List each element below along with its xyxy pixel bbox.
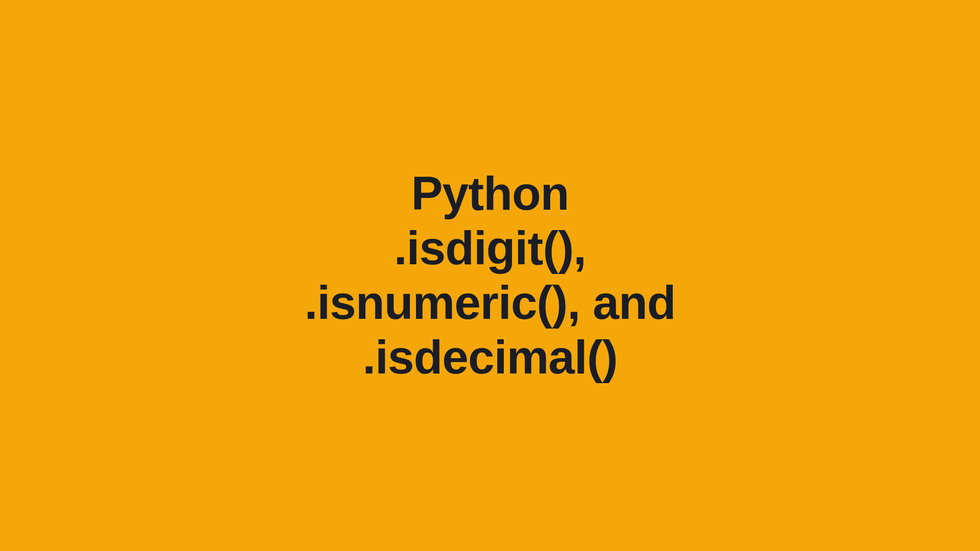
title-line-2: .isdigit(), [304,221,675,276]
title-container: Python .isdigit(), .isnumeric(), and .is… [304,166,675,385]
title-line-3: .isnumeric(), and [304,276,675,330]
title-line-1: Python [304,166,675,221]
title-line-4: .isdecimal() [304,330,675,385]
